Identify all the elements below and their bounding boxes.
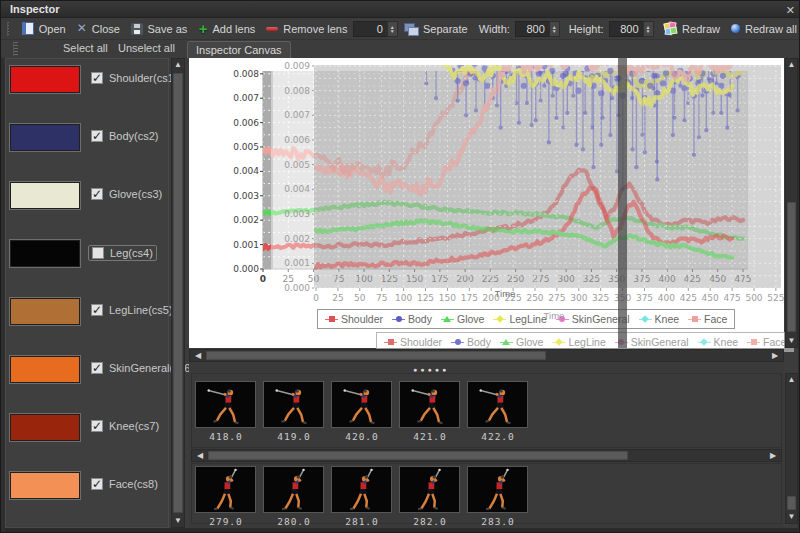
window-close-icon[interactable]: ✕ xyxy=(786,2,795,19)
batter-thumbnail[interactable] xyxy=(399,381,460,428)
legend-back: ShoulderBodyGloveLegLineSkinGeneralKneeF… xyxy=(317,309,735,329)
redraw-all-button[interactable]: Redraw all xyxy=(727,22,800,36)
spinner-arrows-icon[interactable]: ▲▼ xyxy=(549,21,560,37)
color-swatch[interactable] xyxy=(10,472,80,499)
scroll-left-icon[interactable]: ◀ xyxy=(194,450,206,461)
lens-count-value[interactable]: 0 xyxy=(353,21,387,37)
batter-thumbnail[interactable] xyxy=(263,381,324,428)
color-swatch[interactable] xyxy=(10,356,80,383)
spinner-arrows-icon[interactable]: ▲▼ xyxy=(643,21,654,37)
svg-text:325: 325 xyxy=(592,293,609,303)
frame-thumbnail-cell[interactable]: 281.0 xyxy=(331,466,393,527)
color-swatch[interactable] xyxy=(10,414,80,441)
toolbar-grip-handle[interactable] xyxy=(13,42,18,56)
filmstrip-hscrollbar[interactable]: ◀ ▶ xyxy=(191,449,782,462)
color-swatch[interactable] xyxy=(10,298,80,325)
x-axis-title-back: Time xyxy=(485,288,525,299)
batter-thumbnail[interactable] xyxy=(467,466,528,513)
splitter-handle[interactable]: ●●●●● xyxy=(413,366,449,373)
spinner-arrows-icon[interactable]: ▲▼ xyxy=(387,21,398,37)
unselect-all-button[interactable]: Unselect all xyxy=(118,42,175,54)
open-button[interactable]: Open xyxy=(18,21,70,36)
toolbar: Open ✕ Close Save as + Add lens Remove l… xyxy=(1,18,800,40)
batter-thumbnail[interactable] xyxy=(195,466,256,513)
batter-thumbnail[interactable] xyxy=(467,381,528,428)
scrollbar-thumb[interactable] xyxy=(208,451,628,460)
frame-thumbnail-cell[interactable]: 418.0 xyxy=(195,381,257,442)
toolbar-grip-handle[interactable] xyxy=(7,22,9,36)
width-value[interactable]: 800 xyxy=(515,21,549,37)
scrollbar-thumb[interactable] xyxy=(206,351,546,360)
close-button[interactable]: ✕ Close xyxy=(73,21,124,36)
legend-label: Glove xyxy=(457,313,484,325)
legend-marker-triangle xyxy=(500,338,513,347)
frame-thumbnail-cell[interactable]: 279.0 xyxy=(195,466,257,527)
color-swatch[interactable] xyxy=(10,124,80,151)
legend-label: LegLine xyxy=(568,336,605,348)
scrollbar-thumb[interactable] xyxy=(787,202,796,332)
batter-thumbnail[interactable] xyxy=(263,466,324,513)
legend-item: Shoulder xyxy=(384,336,442,348)
time-cursor-bar[interactable] xyxy=(618,58,627,348)
scroll-up-icon[interactable]: ▲ xyxy=(786,376,797,384)
save-as-button[interactable]: Save as xyxy=(127,22,192,36)
batter-thumbnail[interactable] xyxy=(399,466,460,513)
frame-thumbnail-cell[interactable]: 280.0 xyxy=(263,466,325,527)
scroll-down-icon[interactable]: ▼ xyxy=(786,337,797,345)
frame-thumbnail-cell[interactable]: 421.0 xyxy=(399,381,461,442)
separate-button[interactable]: Separate xyxy=(400,22,472,36)
inspector-canvas[interactable]: 0255075100125150175200225250275300325350… xyxy=(189,58,784,348)
svg-text:0.003: 0.003 xyxy=(233,191,259,201)
batter-thumbnail[interactable] xyxy=(331,466,392,513)
color-swatch[interactable] xyxy=(10,240,80,267)
scrollbar-thumb[interactable] xyxy=(787,496,796,510)
frame-thumbnail-cell[interactable]: 283.0 xyxy=(467,466,529,527)
canvas-hscrollbar[interactable]: ◀ ▶ xyxy=(189,349,784,362)
scroll-left-icon[interactable]: ◀ xyxy=(192,350,204,361)
canvas-vscrollbar[interactable]: ▲ ▼ xyxy=(785,58,798,348)
add-lens-button[interactable]: + Add lens xyxy=(195,21,260,36)
color-swatch[interactable] xyxy=(10,66,80,93)
frame-thumbnail-cell[interactable]: 420.0 xyxy=(331,381,393,442)
visibility-checkbox[interactable]: ✓ xyxy=(91,362,103,374)
scrollbar-thumb[interactable] xyxy=(173,73,183,513)
frame-thumbnail-cell[interactable]: 282.0 xyxy=(399,466,461,527)
visibility-checkbox[interactable]: ✓ xyxy=(91,188,103,200)
visibility-checkbox[interactable]: ✓ xyxy=(91,420,103,432)
sidebar-scrollbar[interactable]: ▲ ▼ xyxy=(171,58,185,528)
filmstrip-vscrollbar[interactable]: ▲ ▼ xyxy=(785,373,798,524)
frame-number-label: 420.0 xyxy=(331,431,393,442)
color-swatch[interactable] xyxy=(10,182,80,209)
scroll-up-icon[interactable]: ▲ xyxy=(786,61,797,69)
window-title: Inspector xyxy=(10,3,60,15)
height-value[interactable]: 800 xyxy=(609,21,643,37)
height-spinner[interactable]: 800 ▲▼ xyxy=(609,21,654,37)
sidebar-item-label: Shoulder(cs1) xyxy=(109,72,177,84)
scroll-down-icon[interactable]: ▼ xyxy=(172,517,184,525)
sidebar-item: ✓Shoulder(cs1) xyxy=(8,62,166,106)
visibility-checkbox[interactable] xyxy=(92,247,104,259)
visibility-checkbox[interactable]: ✓ xyxy=(91,478,103,490)
remove-lens-button[interactable]: Remove lens xyxy=(262,22,351,36)
visibility-checkbox[interactable]: ✓ xyxy=(91,304,103,316)
scroll-up-icon[interactable]: ▲ xyxy=(172,61,184,69)
scroll-right-icon[interactable]: ▶ xyxy=(767,450,779,461)
lens-chart[interactable]: 0255075100125150175200225250275300325350… xyxy=(189,58,784,348)
batter-thumbnail[interactable] xyxy=(331,381,392,428)
width-spinner[interactable]: 800 ▲▼ xyxy=(515,21,560,37)
scroll-down-icon[interactable]: ▼ xyxy=(786,513,797,521)
svg-text:75: 75 xyxy=(376,293,387,303)
frame-thumbnail-cell[interactable]: 419.0 xyxy=(263,381,325,442)
frame-thumbnail-cell[interactable]: 422.0 xyxy=(467,381,529,442)
visibility-checkbox[interactable]: ✓ xyxy=(91,130,103,142)
batter-thumbnail[interactable] xyxy=(195,381,256,428)
select-all-button[interactable]: Select all xyxy=(63,42,108,54)
visibility-checkbox[interactable]: ✓ xyxy=(91,72,103,84)
tab-inspector-canvas[interactable]: Inspector Canvas xyxy=(187,41,291,58)
scroll-right-icon[interactable]: ▶ xyxy=(769,350,781,361)
front-lens: 0255075100125150175200225250275300325350… xyxy=(271,58,784,304)
redraw-button[interactable]: Redraw xyxy=(660,21,724,36)
frame-number-label: 281.0 xyxy=(331,516,393,527)
sidebar-item: ✓SkinGeneral(cs6) xyxy=(8,352,166,396)
lens-count-spinner[interactable]: 0 ▲▼ xyxy=(353,21,398,37)
